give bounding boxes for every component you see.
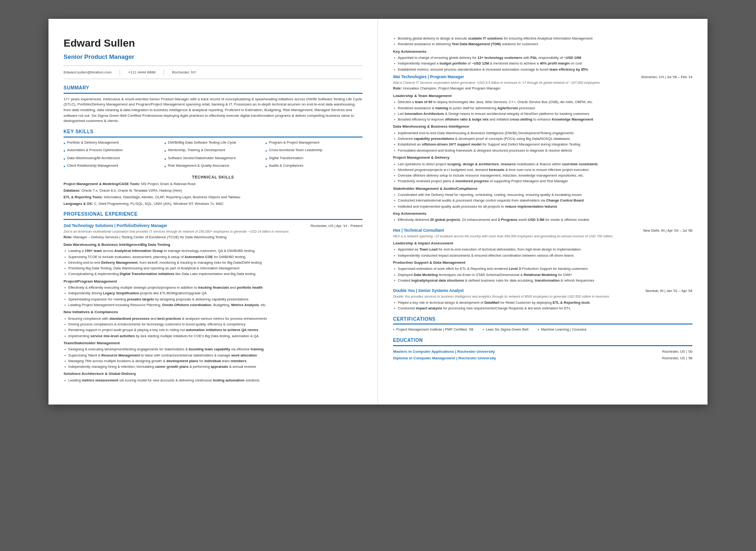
hex-sub2: Production Support & Data Management (393, 260, 692, 266)
dy-b1: Played a key role in technical design & … (393, 300, 692, 305)
w-b1-4: Boosted efficiency to improve offshore r… (393, 117, 692, 122)
wai-sub3: Project Management & Delivery (393, 155, 692, 161)
w-b3-4: Proactively reviewed project plans & mon… (393, 178, 692, 184)
wai-bullets-2: Implemented end-to-end Data Warehousing … (393, 130, 692, 153)
tech-row-4: Languages & OS: C, Shell Programming, PL… (64, 202, 362, 207)
zed-sub2: Project/Program Management (64, 279, 362, 284)
zed-sub4: Team/Stakeholder Management (64, 340, 362, 346)
job-doubleyou: Double You | Senior Systems Analyst Mumb… (393, 288, 692, 311)
contact-row: Edward.sullen@hiration.com | +111 4444 8… (64, 65, 362, 79)
wai-bullets-4: Coordinated with the Delivery Head for r… (393, 192, 692, 209)
skill-1: Portfolio & Delivery Management (64, 140, 161, 147)
zed-bullets-1: Leading a 150+ team across Analytical In… (64, 248, 362, 276)
w-b2-3: Established an offshore-driven 24*7 supp… (393, 142, 692, 147)
key-achieve-title-zed: Key Achievements (393, 49, 692, 55)
zed-b4-4: Independently managing hiring & retentio… (64, 364, 362, 369)
skill-8: Software Vendor/Stakeholder Management (164, 156, 261, 163)
job-hex-header: Hex | Technical Consultant New Delhi, IN… (393, 227, 692, 234)
resume-right: Boosting global delivery to design & exe… (378, 19, 708, 405)
dy-b2: Conducted impact analysis for processing… (393, 306, 692, 311)
wai-key-achieve: Effectively delivered 20 global projects… (393, 217, 692, 222)
r-gd-1: Boosting global delivery to design & exe… (393, 36, 692, 41)
zed-b4-1: Designing & executing development/testin… (64, 347, 362, 352)
zed-sub5: Solutions Architecture & Global Delivery (64, 371, 362, 377)
skill-2: DW/BI/Big Data Software Testing Life Cyc… (164, 140, 261, 147)
job-hex-company: Hex | Technical Consultant (393, 227, 444, 233)
job-hex: Hex | Technical Consultant New Delhi, IN… (393, 227, 692, 283)
w-b2-2: Delivered capability presentations & dev… (393, 136, 692, 141)
w-b3-1: Led operations to direct project scoping… (393, 162, 692, 167)
w-b2-1: Implemented end-to-end Data Warehousing … (393, 130, 692, 136)
job-wai: Wai Technologies | Program Manager Shenz… (393, 74, 692, 223)
experience-title: PROFESSIONAL EXPERIENCE (64, 211, 362, 220)
skill-5: Mentorship, Training & Development (164, 148, 261, 155)
edu-2-title: Diploma in Computer Management | Rochest… (393, 356, 496, 361)
zed-b4-2: Supervising Talent & Resource Management… (64, 353, 362, 358)
hex-sub1: Leadership & Impact Assessment (393, 241, 692, 246)
cert-row: Project Management Institute | PMP Certi… (393, 327, 692, 332)
contact-location: Rochester, NY (172, 70, 196, 75)
wai-bullets-1: Directed a team of 60 to deploy technolo… (393, 99, 692, 122)
skill-3: Program & Project Management (265, 140, 362, 147)
h-b1-2: Independently conducted impact assessmen… (393, 253, 692, 258)
zed-b3-4: Implementing service line-level activiti… (64, 333, 362, 339)
zed-bullets-3: Ensuring compliance with standardized pr… (64, 316, 362, 339)
job-zed-tagline: Zed is an American multinational corpora… (64, 229, 362, 234)
tech-row-2: Database: Oracle 7.x, Oracle 8.0, Oracle… (64, 188, 362, 194)
contact-divider1: | (119, 68, 121, 76)
contact-email: Edward.sullen@hiration.com (64, 70, 112, 75)
edu-2: Diploma in Computer Management | Rochest… (393, 356, 692, 361)
job-doubleyou-company: Double You | Senior Systems Analyst (393, 288, 464, 293)
edu-title: EDUCATION (393, 337, 692, 346)
zed-b1-5: Conceptualizing & implementing Digital T… (64, 271, 362, 276)
r-gd-2: Rendered assistance in delivering Test D… (393, 41, 692, 47)
job-doubleyou-header: Double You | Senior Systems Analyst Mumb… (393, 288, 692, 294)
h-b2-3: Created logical/physical data structures… (393, 278, 692, 283)
zed-b2-3: Spearheading expansion for meeting presa… (64, 297, 362, 302)
job-wai-tagline: Wai is Chinese IT Services corporation w… (393, 81, 692, 85)
job-zed-role: Role: Manager – Delivery Services | Test… (64, 235, 362, 240)
zed-b1-4: Prioritizing Big Data Testing, Data Ware… (64, 266, 362, 271)
job-hex-dates: New Delhi, IN | Apr '04 – Jul '08 (643, 228, 692, 234)
tech-section-title: TECHNICAL SKILLS (64, 174, 362, 180)
hex-bullets-1: Appointed as Team Lead for end-to-end ex… (393, 247, 692, 258)
contact-divider2: | (163, 68, 164, 76)
skill-10: Client Relationship Management (64, 163, 161, 170)
job-wai-company: Wai Technologies | Program Manager (393, 74, 464, 80)
job-wai-role: Role: Innovation Champion, Project Manag… (393, 86, 692, 91)
hex-bullets-2: Supervised estimation of work effort for… (393, 266, 692, 283)
wai-bullets-3: Led operations to direct project scoping… (393, 162, 692, 184)
job-zed-company: Zed Technology Solutions | Portfolio/Del… (64, 223, 167, 228)
h-b1-1: Appointed as Team Lead for end-to-end ex… (393, 247, 692, 252)
w-b3-2: Monitored programs/projects w.r.t budget… (393, 167, 692, 172)
job-wai-header: Wai Technologies | Program Manager Shenz… (393, 74, 692, 80)
skill-6: Cross-functional Team Leadership (265, 148, 362, 155)
skill-9: Digital Transformation (265, 156, 362, 163)
zed-b3-2: Driving process compliances & enhancemen… (64, 322, 362, 327)
job-doubleyou-dates: Mumbai, IN | Jan '01 – Apr '04 (645, 289, 692, 294)
wai-sub2: Data Warehousing & Business Intelligence (393, 124, 692, 130)
w-b1-2: Rendered assistance & training to junior… (393, 105, 692, 111)
doubleyou-bullets: Played a key role in technical design & … (393, 300, 692, 311)
skill-11: Risk Management & Quality Assurance (164, 163, 261, 170)
job-doubleyou-tagline: Double You provides services in business… (393, 294, 692, 299)
contact-phone: +111 4444 8888 (128, 70, 155, 75)
zed-b3-1: Ensuring compliance with standardized pr… (64, 316, 362, 321)
w-b4-2: Conducted internal/external audits & pro… (393, 198, 692, 203)
r-ka-1: Appointed in-charge of ensuring global d… (393, 55, 692, 60)
zed-b4-3: Managing TMs across multiple locations &… (64, 358, 362, 364)
w-b3-3: Oversaw offshore delivery setup to inclu… (393, 173, 692, 178)
zed-bullets-4: Designing & executing development/testin… (64, 347, 362, 369)
cert-title: CERTIFICATIONS (393, 316, 692, 325)
zed-bullets-2: Effectively & efficiently executing mult… (64, 285, 362, 308)
w-b4-1: Coordinated with the Delivery Head for r… (393, 192, 692, 197)
header-name: Edward Sullen (64, 36, 362, 51)
zed-sub3: New Initiatives & Compliances (64, 309, 362, 315)
zed-b3-3: Rendering support in project audit group… (64, 327, 362, 332)
zed-sub1: Data Warehousing & Business Intelligence… (64, 242, 362, 248)
edu-1: Masters in Computer Applications | Roche… (393, 349, 692, 355)
skill-4: Automation & Process Optimization (64, 148, 161, 155)
w-ka-1: Effectively delivered 20 global projects… (393, 217, 692, 222)
right-global-delivery: Boosting global delivery to design & exe… (393, 36, 692, 47)
key-skills-title: KEY SKILLS (64, 129, 362, 138)
